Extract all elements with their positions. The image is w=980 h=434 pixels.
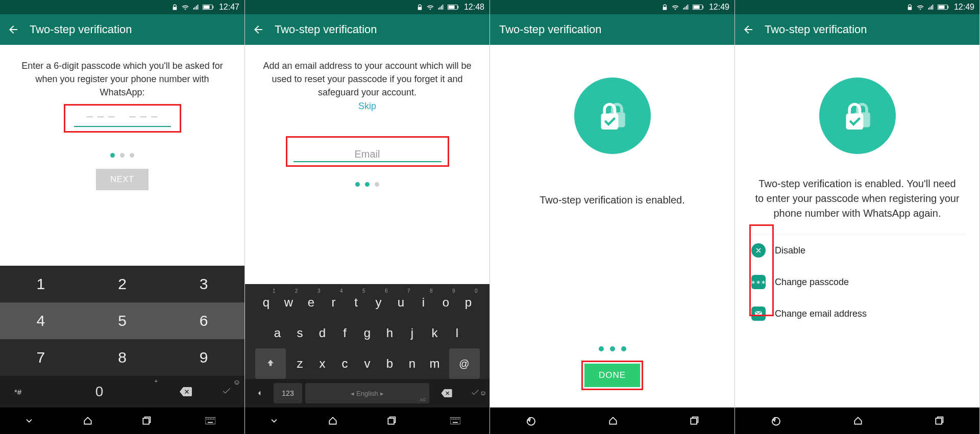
nav-home-icon[interactable] [83,416,93,426]
back-button[interactable] [7,23,19,36]
key-v[interactable]: v [356,348,379,379]
passcode-input[interactable]: –––––– [64,104,181,133]
nav-recent-icon[interactable] [689,416,699,426]
svg-rect-8 [211,419,212,420]
lock-icon [662,4,668,11]
key-o[interactable]: o9 [435,287,457,318]
key-g[interactable]: g [356,318,379,348]
svg-rect-33 [936,418,942,424]
nav-recent-icon[interactable] [934,416,944,426]
key-r[interactable]: r4 [323,287,345,318]
key-4[interactable]: 4 [0,302,82,339]
nav-bar [0,407,244,434]
key-symbols[interactable]: *# [0,376,36,407]
skip-link[interactable]: Skip [358,101,376,112]
option-change-passcode[interactable]: ∗∗∗ Change passcode [748,266,966,298]
done-button[interactable]: DONE [584,364,640,387]
nav-recent-icon[interactable] [386,416,397,426]
key-j[interactable]: j [401,318,424,348]
key-7[interactable]: 7 [0,339,82,376]
key-6[interactable]: 6 [163,302,244,339]
nav-back-icon[interactable] [771,416,782,426]
key-5[interactable]: 5 [82,302,163,339]
nav-back-icon[interactable] [526,416,537,426]
nav-recent-icon[interactable] [141,416,152,426]
key-1[interactable]: 1 [0,266,82,302]
at-key[interactable]: @ [449,348,480,379]
nav-home-icon[interactable] [608,416,618,426]
disable-icon [751,243,766,258]
next-button[interactable]: NEXT [96,169,149,190]
key-2[interactable]: 2 [82,266,163,302]
signal-icon [682,4,690,11]
backspace-key[interactable] [432,389,461,397]
svg-rect-4 [205,417,215,424]
key-l[interactable]: l [446,318,469,348]
spacebar[interactable]: ◂ English ▸ A© [305,383,429,403]
svg-rect-15 [450,417,460,424]
nav-keyboard-icon[interactable] [445,417,465,424]
svg-rect-16 [451,419,452,420]
app-bar: Two-step verification [490,14,734,45]
key-z[interactable]: z [289,348,311,379]
key-b[interactable]: b [379,348,401,379]
email-icon [751,307,766,321]
key-y[interactable]: y6 [368,287,390,318]
nav-home-icon[interactable] [328,416,338,426]
wifi-icon [916,4,924,11]
status-time: 12:47 [219,3,239,12]
key-s[interactable]: s [289,318,311,348]
key-0[interactable]: 0+ [36,376,163,407]
status-bar: 12:49 [735,0,979,14]
key-x[interactable]: x [311,348,334,379]
key-9[interactable]: 9 [163,339,244,376]
svg-rect-24 [702,6,703,8]
content-area: Enter a 6-digit passcode which you'll be… [0,45,244,266]
nav-back-icon[interactable] [24,416,34,426]
email-input[interactable]: Email [286,136,449,167]
nav-bar [490,407,734,434]
key-w[interactable]: w2 [278,287,300,318]
key-3[interactable]: 3 [163,266,244,302]
enter-key[interactable]: ☺ [461,388,489,398]
lock-icon [172,4,178,11]
svg-rect-3 [143,418,149,424]
nav-back-icon[interactable] [269,416,279,426]
instruction-text: Enter a 6-digit passcode which you'll be… [12,59,232,99]
key-f[interactable]: f [334,318,356,348]
qwerty-keyboard: q1 w2 e3 r4 t5 y6 u7 i8 o9 p0 a s d f g … [245,284,489,407]
svg-rect-2 [212,6,213,8]
enter-key[interactable]: ☺ [209,376,244,407]
signal-icon [192,4,200,11]
nav-keyboard-icon[interactable] [200,417,220,424]
option-disable[interactable]: Disable [748,235,966,266]
lang-left-key[interactable] [245,389,274,398]
svg-rect-7 [210,419,211,420]
back-button[interactable] [742,23,754,36]
appbar-title: Two-step verification [499,23,602,36]
key-n[interactable]: n [401,348,424,379]
key-e[interactable]: e3 [300,287,323,318]
battery-icon [203,4,214,10]
key-a[interactable]: a [266,318,289,348]
key-8[interactable]: 8 [82,339,163,376]
shift-key[interactable] [255,348,286,379]
key-m[interactable]: m [424,348,446,379]
svg-rect-9 [213,419,214,420]
back-button[interactable] [252,23,264,36]
key-p[interactable]: p0 [457,287,480,318]
key-d[interactable]: d [311,318,334,348]
key-t[interactable]: t5 [345,287,368,318]
key-i[interactable]: i8 [412,287,435,318]
key-q[interactable]: q1 [255,287,278,318]
option-change-email[interactable]: Change email address [748,298,966,329]
lock-icon [906,4,913,11]
numeric-toggle[interactable]: 123 [274,383,302,403]
key-u[interactable]: u7 [390,287,412,318]
backspace-key[interactable] [163,376,209,407]
key-h[interactable]: h [379,318,401,348]
svg-rect-26 [601,114,618,130]
key-c[interactable]: c [334,348,356,379]
key-k[interactable]: k [424,318,446,348]
nav-home-icon[interactable] [853,416,863,426]
